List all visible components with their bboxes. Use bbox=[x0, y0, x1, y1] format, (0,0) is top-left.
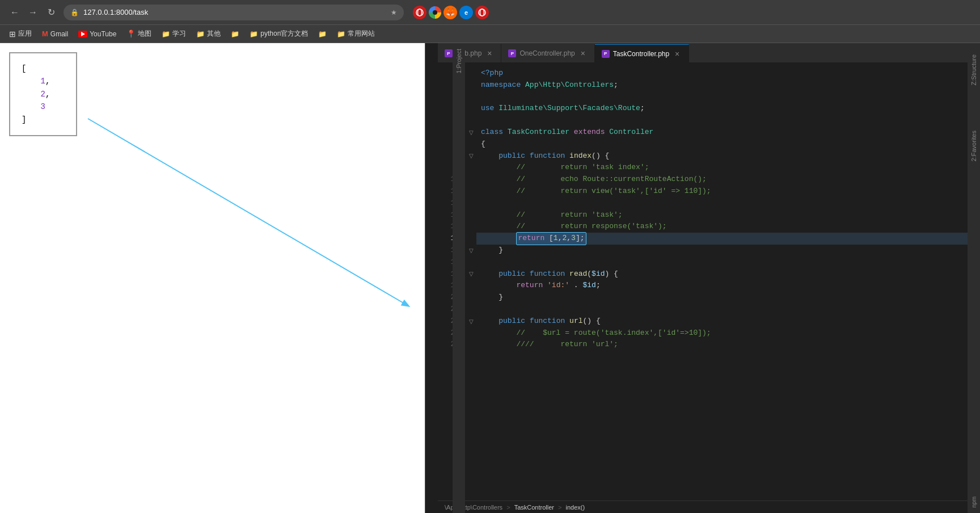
gutter-24 bbox=[466, 339, 476, 351]
ide-main: P web.php × P OneController.php × P Task… bbox=[438, 43, 968, 513]
address-bar[interactable]: 🔒 127.0.0.1:8000/task ★ bbox=[64, 5, 404, 20]
tab-one-controller-close[interactable]: × bbox=[578, 49, 588, 58]
code-line-11: // return view('task',['id' => 110]); bbox=[476, 186, 968, 197]
bookmark-empty2[interactable]: 📁 bbox=[314, 28, 331, 40]
folder-icon-4: 📁 bbox=[250, 30, 258, 38]
gutter-16: ▽ bbox=[466, 245, 476, 256]
extension-icons: 🦊 e bbox=[413, 6, 489, 19]
firefox-icon: 🦊 bbox=[443, 6, 457, 19]
tab-task-controller-label: TaskController.php bbox=[613, 50, 669, 58]
structure-tab[interactable]: Z:Structure bbox=[969, 49, 979, 91]
gutter-21 bbox=[466, 304, 476, 316]
common-label: 常用网站 bbox=[348, 29, 375, 39]
code-content[interactable]: <?php namespace App\Http\Controllers; us… bbox=[476, 63, 968, 501]
ide-right-side-tabs: Z:Structure 2:Favorites npm bbox=[968, 43, 980, 513]
bookmark-gmail[interactable]: M Gmail bbox=[37, 28, 73, 40]
code-line-23: // $url = route('task.index',['id'=>10])… bbox=[476, 327, 968, 339]
bookmark-empty[interactable]: 📁 bbox=[226, 28, 244, 40]
gutter-9 bbox=[466, 162, 476, 174]
main-content: [ 1, 2, 3 ] 1:Project bbox=[0, 43, 980, 513]
code-area: 1 2 3 4 5 6 7 8 9 10 11 12 13 14 15 16 1 bbox=[438, 63, 968, 501]
star-icon[interactable]: ★ bbox=[391, 9, 397, 16]
gutter-4 bbox=[466, 103, 476, 115]
gutter-5 bbox=[466, 115, 476, 127]
ide-left-side-tabs: 1:Project bbox=[453, 43, 465, 513]
code-line-24: //// return 'url'; bbox=[476, 339, 968, 351]
maps-label: 地图 bbox=[138, 29, 151, 39]
gmail-icon: M bbox=[42, 30, 48, 38]
bookmark-study[interactable]: 📁 学习 bbox=[157, 27, 191, 40]
gutter-7 bbox=[466, 138, 476, 150]
code-line-13: // return 'task'; bbox=[476, 209, 968, 221]
code-line-1: <?php bbox=[476, 68, 968, 79]
svg-point-1 bbox=[418, 9, 422, 16]
apps-label: 应用 bbox=[18, 29, 32, 39]
fold-6[interactable]: ▽ bbox=[469, 129, 474, 136]
json-line-2: 1, bbox=[22, 75, 65, 87]
maps-icon: 📍 bbox=[126, 30, 136, 38]
code-line-10: // echo Route::currentRouteAction(); bbox=[476, 174, 968, 186]
code-line-19: return 'id:' . $id; bbox=[476, 280, 968, 292]
tab-web-php[interactable]: P web.php × bbox=[438, 44, 501, 62]
gutter-10 bbox=[466, 174, 476, 186]
code-line-21 bbox=[476, 304, 968, 316]
fold-8[interactable]: ▽ bbox=[469, 153, 474, 159]
json-line-3: 2, bbox=[22, 88, 65, 100]
tab-task-controller[interactable]: P TaskController.php × bbox=[595, 44, 689, 62]
code-line-4: use Illuminate\Support\Facades\Route; bbox=[476, 103, 968, 115]
gutter-13 bbox=[466, 209, 476, 221]
gutter-11 bbox=[466, 186, 476, 197]
code-line-20: } bbox=[476, 292, 968, 304]
bookmark-apps[interactable]: ⊞ 应用 bbox=[5, 27, 36, 40]
opera-icon[interactable] bbox=[413, 6, 426, 19]
gutter-12 bbox=[466, 197, 476, 209]
lock-icon: 🔒 bbox=[70, 9, 79, 16]
nav-buttons: ← → ↻ bbox=[7, 5, 59, 20]
code-line-22: public function url() { bbox=[476, 316, 968, 327]
browser-chrome: ← → ↻ 🔒 127.0.0.1:8000/task ★ 🦊 e bbox=[0, 0, 980, 25]
code-line-7: { bbox=[476, 138, 968, 150]
back-button[interactable]: ← bbox=[7, 5, 23, 20]
bookmark-youtube[interactable]: YouTube bbox=[74, 28, 121, 40]
code-line-17 bbox=[476, 256, 968, 268]
gutter-6: ▽ bbox=[466, 127, 476, 138]
gutter-18: ▽ bbox=[466, 268, 476, 280]
fold-22[interactable]: ▽ bbox=[469, 318, 474, 325]
gutter-15 bbox=[466, 233, 476, 245]
bookmark-other[interactable]: 📁 其他 bbox=[192, 27, 225, 40]
code-line-6: class TaskController extends Controller bbox=[476, 127, 968, 138]
gutter-8: ▽ bbox=[466, 150, 476, 162]
npm-label[interactable]: npm bbox=[971, 497, 977, 507]
folder-icon-2: 📁 bbox=[196, 30, 205, 38]
code-gutter: ▽ ▽ ▽ ▽ ▽ bbox=[466, 63, 476, 501]
code-line-5 bbox=[476, 115, 968, 127]
forward-button[interactable]: → bbox=[25, 5, 41, 20]
gutter-19 bbox=[466, 280, 476, 292]
tab-web-php-close[interactable]: × bbox=[485, 49, 494, 58]
tab-task-controller-close[interactable]: × bbox=[673, 49, 682, 58]
code-line-14: // return response('task'); bbox=[476, 221, 968, 233]
json-output: [ 1, 2, 3 ] bbox=[9, 52, 77, 136]
bookmark-common[interactable]: 📁 常用网站 bbox=[332, 27, 379, 40]
fold-16[interactable]: ▽ bbox=[469, 247, 474, 254]
svg-line-4 bbox=[88, 119, 408, 306]
code-line-9: // return 'task index'; bbox=[476, 162, 968, 174]
edge-icon: e bbox=[459, 6, 473, 19]
bookmark-python[interactable]: 📁 python官方文档 bbox=[245, 27, 312, 40]
gutter-3 bbox=[466, 91, 476, 103]
breadcrumb: \App\Http\Controllers > TaskController >… bbox=[445, 504, 585, 511]
json-line-5: ] bbox=[22, 113, 65, 126]
tab-one-controller[interactable]: P OneController.php × bbox=[501, 44, 594, 62]
python-label: python官方文档 bbox=[260, 29, 308, 39]
php-icon-1: P bbox=[445, 49, 453, 57]
url-text: 127.0.0.1:8000/task bbox=[83, 8, 386, 16]
bookmark-maps[interactable]: 📍 地图 bbox=[122, 27, 156, 40]
breadcrumb-bar: \App\Http\Controllers > TaskController >… bbox=[438, 501, 968, 513]
fold-18[interactable]: ▽ bbox=[469, 271, 474, 277]
refresh-button[interactable]: ↻ bbox=[43, 5, 59, 20]
code-line-2: namespace App\Http\Controllers; bbox=[476, 79, 968, 91]
favorites-tab[interactable]: 2:Favorites bbox=[969, 125, 979, 167]
php-icon-3: P bbox=[602, 50, 610, 58]
project-tab[interactable]: 1:Project bbox=[454, 43, 464, 79]
selected-code: return [1,2,3]; bbox=[516, 232, 586, 245]
